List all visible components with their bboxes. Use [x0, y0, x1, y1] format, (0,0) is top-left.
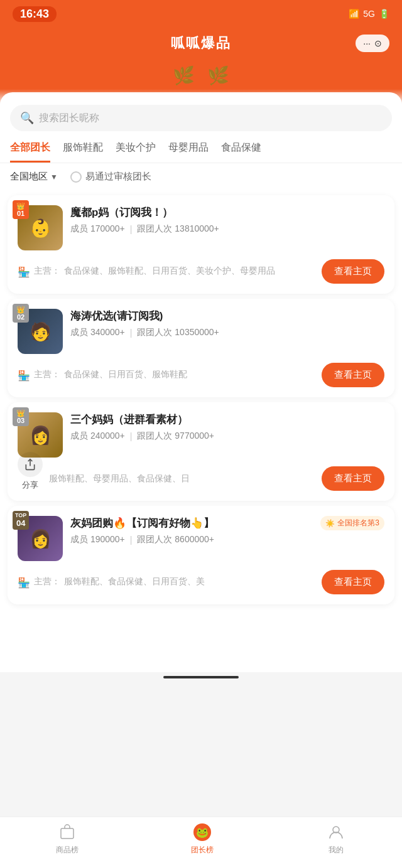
card-bottom-4: 🏪 主营： 服饰鞋配、食品保健、日用百货、美 查看主页	[18, 570, 384, 594]
divider-4: |	[130, 535, 133, 545]
card-info-3: 三个妈妈（进群看素材） 成员 240000+ | 跟团人次 9770000+	[70, 412, 384, 442]
tab-beauty[interactable]: 美妆个护	[116, 141, 156, 163]
rank-avatar-3: 👑 03 👩	[18, 412, 63, 458]
tab-all-leaders[interactable]: 全部团长	[10, 141, 50, 163]
main-business-label-1: 主营：	[34, 265, 60, 277]
nav-leader-rank[interactable]: 🐸 团长榜	[191, 822, 214, 855]
leader-name-3: 三个妈妈（进群看素材）	[70, 412, 384, 427]
card-stats-3: 成员 240000+ | 跟团人次 9770000+	[70, 431, 384, 442]
leader-card-2: 👑 02 🧑 海涛优选(请订阅我) 成员 340000+ | 跟团人次 1035…	[8, 299, 394, 397]
crown-icon-1: 👑	[16, 202, 25, 210]
shop-icon-2: 🏪	[18, 370, 30, 382]
card-stats-1: 成员 170000+ | 跟团人次 13810000+	[70, 223, 384, 235]
share-label: 分享	[22, 480, 38, 491]
orders-1: 跟团人次 13810000+	[137, 223, 219, 235]
search-icon: 🔍	[20, 111, 34, 125]
main-business-label-4: 主营：	[34, 576, 60, 587]
rank-avatar-2: 👑 02 🧑	[18, 309, 63, 354]
card-info-1: 魔都p妈（订阅我！） 成员 170000+ | 跟团人次 13810000+	[70, 205, 384, 235]
category-text-2: 食品保健、日用百货、服饰鞋配	[64, 369, 315, 380]
divider-3: |	[130, 431, 133, 441]
status-bar: 16:43 📶 5G 🔋	[0, 0, 402, 28]
status-icons: 📶 5G 🔋	[349, 9, 389, 19]
national-rank-badge: ☀️ 全国排名第3	[320, 516, 384, 530]
categories-3: 服饰鞋配、母婴用品、食品保健、日	[18, 473, 315, 485]
region-filter[interactable]: 全国地区 ▼	[10, 171, 58, 183]
svg-text:🐸: 🐸	[196, 827, 209, 839]
chevron-down-icon: ▼	[50, 173, 58, 181]
network-type: 5G	[363, 9, 375, 19]
members-4: 成员 190000+	[70, 534, 125, 545]
leader-icon: 🐸	[192, 822, 212, 842]
orders-2: 跟团人次 10350000+	[137, 327, 219, 338]
view-btn-2[interactable]: 查看主页	[322, 363, 384, 387]
members-3: 成员 240000+	[70, 431, 125, 442]
nav-my-label: 我的	[329, 845, 344, 855]
orders-4: 跟团人次 8600000+	[137, 534, 214, 545]
easy-approval-filter[interactable]: 易通过审核团长	[70, 171, 151, 183]
leader-card-3: 👑 03 👩 三个妈妈（进群看素材） 成员 240000+ | 跟团人次 977…	[8, 402, 394, 501]
category-text-4: 服饰鞋配、食品保健、日用百货、美	[64, 576, 315, 587]
nav-leader-label: 团长榜	[191, 845, 214, 855]
main-content: 🔍 搜索团长昵称 全部团长 服饰鞋配 美妆个护 母婴用品 食品保健 全国地区 ▼…	[0, 92, 402, 672]
header-menu-btn[interactable]: ··· ⊙	[356, 35, 389, 52]
categories-1: 🏪 主营： 食品保健、服饰鞋配、日用百货、美妆个护、母婴用品	[18, 265, 315, 278]
leader-name-4: 灰妈团购🔥【订阅有好物👆】	[70, 516, 315, 530]
nav-goods-rank[interactable]: 商品榜	[56, 822, 79, 855]
home-indicator	[163, 676, 239, 678]
app-header: 呱呱爆品 ··· ⊙	[0, 28, 402, 65]
header-actions: ··· ⊙	[356, 35, 389, 52]
members-1: 成员 170000+	[70, 223, 125, 235]
divider-2: |	[130, 328, 133, 338]
status-time: 16:43	[13, 6, 57, 22]
card-top-2: 👑 02 🧑 海涛优选(请订阅我) 成员 340000+ | 跟团人次 1035…	[18, 309, 384, 354]
orders-3: 跟团人次 9770000+	[137, 431, 214, 442]
search-placeholder: 搜索团长昵称	[39, 112, 99, 125]
card-top-1: 👑 01 👶 魔都p妈（订阅我！） 成员 170000+ | 跟团人次 1381…	[18, 205, 384, 250]
card-bottom-3: 服饰鞋配、母婴用品、食品保健、日 查看主页	[18, 466, 384, 491]
crown-icon-2: 👑	[16, 306, 25, 313]
share-icon[interactable]	[18, 452, 43, 477]
categories-4: 🏪 主营： 服饰鞋配、食品保健、日用百货、美	[18, 576, 315, 589]
dots-label: ···	[363, 38, 371, 48]
region-label: 全国地区	[10, 171, 48, 183]
tab-clothing[interactable]: 服饰鞋配	[63, 141, 103, 163]
card-info-4: 灰妈团购🔥【订阅有好物👆】 ☀️ 全国排名第3 成员 190000+ | 跟团人…	[70, 516, 384, 545]
card-bottom-2: 🏪 主营： 食品保健、日用百货、服饰鞋配 查看主页	[18, 363, 384, 387]
battery-icon: 🔋	[379, 9, 389, 19]
card-info-2: 海涛优选(请订阅我) 成员 340000+ | 跟团人次 10350000+	[70, 309, 384, 338]
bottom-nav: 商品榜 🐸 团长榜 我的	[0, 817, 402, 868]
tab-food[interactable]: 食品保健	[221, 141, 261, 163]
view-btn-1[interactable]: 查看主页	[322, 259, 384, 284]
app-title: 呱呱爆品	[171, 34, 231, 53]
goods-icon	[57, 822, 77, 842]
main-business-label-2: 主营：	[34, 369, 60, 380]
view-btn-4[interactable]: 查看主页	[322, 570, 384, 594]
leaf-left-icon: 🌿	[173, 65, 195, 86]
sun-icon: ☀️	[325, 519, 335, 528]
rank-badge-4: TOP 04	[13, 511, 29, 530]
leader-name-2: 海涛优选(请订阅我)	[70, 309, 384, 323]
search-bar[interactable]: 🔍 搜索团长昵称	[10, 105, 392, 131]
leader-card-4: TOP 04 👩 灰妈团购🔥【订阅有好物👆】 ☀️ 全国排名第3 成员	[8, 506, 394, 604]
camera-icon: ⊙	[374, 38, 382, 48]
leader-name-1: 魔都p妈（订阅我！）	[70, 205, 384, 220]
tab-baby[interactable]: 母婴用品	[168, 141, 209, 163]
radio-button[interactable]	[70, 171, 82, 183]
rank-avatar-4: TOP 04 👩	[18, 516, 63, 561]
category-text-1: 食品保健、服饰鞋配、日用百货、美妆个护、母婴用品	[64, 265, 315, 277]
divider-1: |	[130, 224, 133, 234]
card-stats-4: 成员 190000+ | 跟团人次 8600000+	[70, 534, 384, 545]
nav-my[interactable]: 我的	[326, 822, 346, 855]
card-top-4: TOP 04 👩 灰妈团购🔥【订阅有好物👆】 ☀️ 全国排名第3 成员	[18, 516, 384, 561]
members-2: 成员 340000+	[70, 327, 125, 338]
view-btn-3[interactable]: 查看主页	[322, 466, 384, 491]
rank-badge-2: 👑 02	[13, 304, 29, 323]
rank-avatar-1: 👑 01 👶	[18, 205, 63, 250]
shop-icon-1: 🏪	[18, 266, 30, 278]
rank-badge-1: 👑 01	[13, 200, 29, 219]
rank-badge-3: 👑 03	[13, 407, 29, 426]
card-top-3: 👑 03 👩 三个妈妈（进群看素材） 成员 240000+ | 跟团人次 977…	[18, 412, 384, 458]
nav-goods-label: 商品榜	[56, 845, 79, 855]
share-popup[interactable]: 分享	[18, 452, 43, 491]
